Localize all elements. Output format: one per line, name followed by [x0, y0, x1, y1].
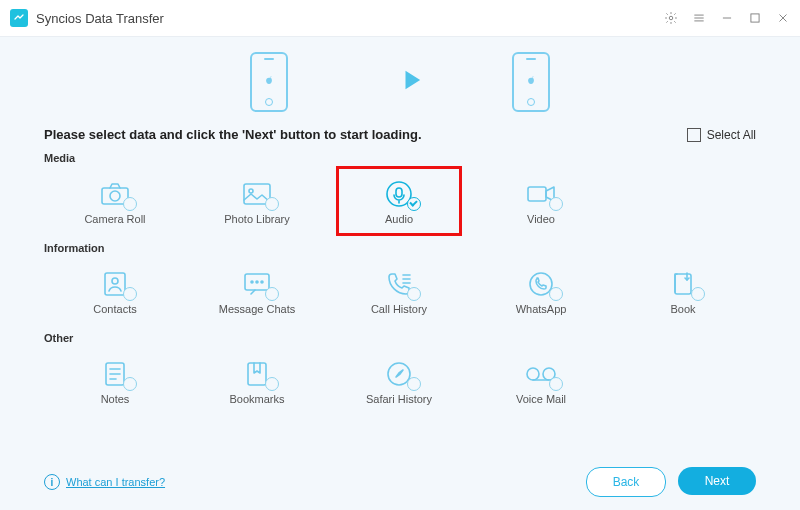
audio-icon [381, 180, 417, 208]
bookmarks-icon [239, 360, 275, 388]
video-icon [523, 180, 559, 208]
close-button[interactable] [776, 11, 790, 25]
svg-point-18 [251, 281, 253, 283]
maximize-button[interactable] [748, 11, 762, 25]
svg-point-32 [527, 368, 539, 380]
gear-icon[interactable] [664, 11, 678, 25]
svg-point-0 [669, 16, 673, 20]
help-link[interactable]: What can I transfer? [66, 476, 165, 488]
select-all-label: Select All [707, 128, 756, 142]
photo-library-icon [239, 180, 275, 208]
svg-point-11 [249, 189, 253, 193]
svg-point-9 [110, 191, 120, 201]
message-chats-icon [239, 270, 275, 298]
section-information-label: Information [44, 242, 756, 254]
app-logo [10, 9, 28, 27]
back-button[interactable]: Back [586, 467, 666, 497]
item-bookmarks[interactable]: Bookmarks [186, 348, 328, 416]
minimize-button[interactable] [720, 11, 734, 25]
app-title: Syncios Data Transfer [36, 11, 164, 26]
item-voice-mail[interactable]: Voice Mail [470, 348, 612, 416]
instruction-text: Please select data and click the 'Next' … [44, 127, 422, 142]
titlebar: Syncios Data Transfer [0, 0, 800, 37]
item-audio[interactable]: Audio [328, 168, 470, 236]
svg-point-16 [112, 278, 118, 284]
item-photo-library[interactable]: Photo Library [186, 168, 328, 236]
whatsapp-icon [523, 270, 559, 298]
footer: i What can I transfer? Back Next [0, 454, 800, 510]
target-device-icon[interactable] [512, 52, 550, 112]
section-media-label: Media [44, 152, 756, 164]
item-camera-roll[interactable]: Camera Roll [44, 168, 186, 236]
contacts-icon [97, 270, 133, 298]
item-book[interactable]: Book [612, 258, 754, 326]
svg-point-20 [261, 281, 263, 283]
content-area: Please select data and click the 'Next' … [0, 127, 800, 454]
item-video[interactable]: Video [470, 168, 612, 236]
app-window: Syncios Data Transfer Please select data… [0, 0, 800, 510]
item-safari-history[interactable]: Safari History [328, 348, 470, 416]
device-transfer-header [0, 37, 800, 127]
call-history-icon [381, 270, 417, 298]
item-notes[interactable]: Notes [44, 348, 186, 416]
svg-rect-5 [751, 14, 759, 22]
next-button[interactable]: Next [678, 467, 756, 495]
book-icon [665, 270, 701, 298]
svg-rect-13 [396, 188, 402, 197]
safari-history-icon [381, 360, 417, 388]
voice-mail-icon [523, 360, 559, 388]
camera-roll-icon [97, 180, 133, 208]
notes-icon [97, 360, 133, 388]
section-other-label: Other [44, 332, 756, 344]
item-contacts[interactable]: Contacts [44, 258, 186, 326]
item-call-history[interactable]: Call History [328, 258, 470, 326]
source-device-icon[interactable] [250, 52, 288, 112]
checkbox-icon [687, 128, 701, 142]
item-whatsapp[interactable]: WhatsApp [470, 258, 612, 326]
menu-icon[interactable] [692, 11, 706, 25]
item-message-chats[interactable]: Message Chats [186, 258, 328, 326]
transfer-arrow-icon [378, 65, 422, 99]
svg-rect-14 [528, 187, 546, 201]
select-all-checkbox[interactable]: Select All [687, 128, 756, 142]
svg-point-19 [256, 281, 258, 283]
svg-rect-30 [248, 363, 266, 385]
info-icon: i [44, 474, 60, 490]
